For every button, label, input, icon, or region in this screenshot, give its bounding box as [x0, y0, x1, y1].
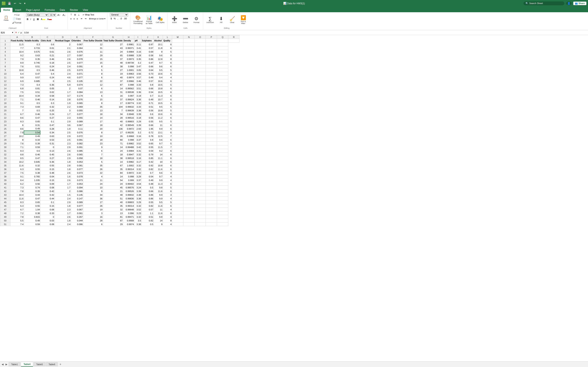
cell-r29-c3[interactable]: 0.31: [40, 142, 54, 145]
cell-r3-c5[interactable]: 0.064: [71, 46, 83, 50]
cell-r38-c8[interactable]: 0.998: [123, 175, 134, 178]
empty-cell-r2-c16[interactable]: [206, 43, 217, 46]
empty-cell-r31-c17[interactable]: [217, 149, 228, 153]
empty-cell-r39-c17[interactable]: [217, 178, 228, 182]
cell-r4-c8[interactable]: 0.9984: [123, 50, 134, 54]
cell-r9-c10[interactable]: 0.64: [141, 68, 154, 72]
cell-r19-c8[interactable]: 0.99632: [123, 105, 134, 109]
cell-r38-c4[interactable]: 1.6: [54, 175, 71, 178]
empty-cell-r12-c13[interactable]: [172, 79, 183, 83]
cell-r3-c10[interactable]: 0.57: [141, 46, 154, 50]
cell-r14-c2[interactable]: 0.81: [24, 87, 40, 90]
empty-cell-r46-c14[interactable]: [183, 204, 195, 208]
empty-cell-r8-c15[interactable]: [195, 65, 206, 68]
cell-r36-c11[interactable]: 11.6: [154, 167, 163, 171]
cell-r23-c7[interactable]: 40: [103, 120, 123, 123]
empty-cell-r16-c15[interactable]: [195, 94, 206, 98]
cell-r6-c8[interactable]: 0.9973: [123, 57, 134, 61]
cell-r45-c10[interactable]: 0.55: [141, 200, 154, 204]
formula-input[interactable]: 0.54: [23, 30, 588, 35]
cell-r22-c8[interactable]: 0.99516: [123, 116, 134, 120]
cell-r4-c2[interactable]: 0.575: [24, 50, 40, 54]
cell-r8-c6[interactable]: 8: [83, 65, 103, 68]
cell-r22-c2[interactable]: 0.47: [24, 116, 40, 120]
cell-r3-c6[interactable]: 31: [83, 46, 103, 50]
cell-r41-c8[interactable]: 0.99576: [123, 186, 134, 189]
cell-r48-c10[interactable]: 1.1: [141, 211, 154, 215]
col-header-Q[interactable]: Q: [217, 35, 228, 39]
cell-r24-c4[interactable]: 3.6: [54, 123, 71, 127]
format-painter-button[interactable]: 🖌 Format: [11, 21, 23, 25]
header-cell-6[interactable]: Free Sulfur Dioxide: [83, 39, 103, 43]
cell-r25-c7[interactable]: 136: [103, 127, 123, 131]
cell-r4-c3[interactable]: 0.61: [40, 50, 54, 54]
cell-r51-c10[interactable]: 0.5: [141, 222, 154, 226]
cell-r27-c6[interactable]: 10: [83, 134, 103, 138]
cell-r13-c7[interactable]: 87: [103, 83, 123, 87]
cell-r35-c11[interactable]: 10.8: [154, 164, 163, 167]
cell-r2-c10[interactable]: 0.97: [141, 43, 154, 46]
cell-r9-c2[interactable]: 0.5: [24, 68, 40, 72]
empty-cell-r35-c15[interactable]: [195, 164, 206, 167]
cell-r43-c11[interactable]: 9.9: [154, 193, 163, 197]
cell-r50-c5[interactable]: 0.044: [71, 219, 83, 222]
empty-cell-r28-c15[interactable]: [195, 138, 206, 142]
cell-r36-c4[interactable]: 1.8: [54, 167, 71, 171]
cell-r27-c9[interactable]: 3.16: [134, 134, 141, 138]
cell-r30-c9[interactable]: 3.42: [134, 145, 141, 149]
cell-r28-c11[interactable]: 9.6: [154, 138, 163, 142]
empty-cell-r27-c14[interactable]: [183, 134, 195, 138]
cell-r9-c6[interactable]: 5: [83, 68, 103, 72]
empty-cell-r14-c15[interactable]: [195, 87, 206, 90]
empty-cell-r28-c17[interactable]: [217, 138, 228, 142]
empty-cell-r16-c16[interactable]: [206, 94, 217, 98]
cell-r30-c3[interactable]: 0: [40, 145, 54, 149]
cell-r7-c2[interactable]: 0.745: [24, 61, 40, 65]
cell-r29-c11[interactable]: 9.7: [154, 142, 163, 145]
cell-r42-c11[interactable]: 11.6: [154, 189, 163, 193]
cell-r3-c11[interactable]: 11.8: [154, 46, 163, 50]
cell-r49-c4[interactable]: 2.6: [54, 215, 71, 219]
cell-r18-c2[interactable]: 0.5: [24, 101, 40, 105]
cell-r13-c11[interactable]: 10.5: [154, 83, 163, 87]
cell-r16-c5[interactable]: 0.174: [71, 94, 83, 98]
cell-r17-c4[interactable]: 2.8: [54, 98, 71, 101]
cell-r20-c7[interactable]: 7: [103, 109, 123, 112]
cell-r2-c7[interactable]: 27: [103, 43, 123, 46]
tab-prev-button[interactable]: ◀: [1, 363, 4, 366]
empty-cell-r41-c17[interactable]: [217, 186, 228, 189]
empty-header-16[interactable]: [217, 39, 228, 43]
cell-r30-c10[interactable]: 0.55: [141, 145, 154, 149]
cell-r26-c3[interactable]: 0.34: [40, 131, 54, 134]
cell-r50-c3[interactable]: 0.03: [40, 219, 54, 222]
empty-cell-r43-c14[interactable]: [183, 193, 195, 197]
empty-cell-r23-c16[interactable]: [206, 120, 217, 123]
empty-cell-r4-c13[interactable]: [172, 50, 183, 54]
cell-r42-c7[interactable]: 21: [103, 189, 123, 193]
empty-cell-r41-c15[interactable]: [195, 186, 206, 189]
cell-r47-c3[interactable]: 0.08: [40, 208, 54, 211]
empty-cell-r12-c17[interactable]: [217, 79, 228, 83]
format-cells-button[interactable]: ⚙ Format: [191, 16, 202, 24]
cell-r16-c10[interactable]: 0.7: [141, 94, 154, 98]
cell-r33-c5[interactable]: 0.058: [71, 156, 83, 160]
cell-r5-c5[interactable]: 0.097: [71, 54, 83, 57]
empty-cell-r34-c14[interactable]: [183, 160, 195, 164]
tab-data[interactable]: Data: [57, 8, 67, 12]
cell-r24-c5[interactable]: 0.067: [71, 123, 83, 127]
cell-r47-c9[interactable]: 3.52: [134, 208, 141, 211]
cell-r37-c9[interactable]: 3.32: [134, 171, 141, 175]
empty-cell-r9-c15[interactable]: [195, 68, 206, 72]
cell-r42-c8[interactable]: 0.99526: [123, 189, 134, 193]
cell-r20-c2[interactable]: 0.5: [24, 109, 40, 112]
cell-r31-c5[interactable]: 0.085: [71, 149, 83, 153]
empty-cell-r51-c14[interactable]: [183, 222, 195, 226]
cell-r49-c8[interactable]: 0.99471: [123, 215, 134, 219]
empty-cell-r46-c16[interactable]: [206, 204, 217, 208]
cell-r39-c7[interactable]: 54: [103, 178, 123, 182]
cell-r39-c12[interactable]: 4: [163, 178, 172, 182]
cell-r24-c3[interactable]: 0.47: [40, 123, 54, 127]
empty-cell-r37-c16[interactable]: [206, 171, 217, 175]
empty-cell-r8-c13[interactable]: [172, 65, 183, 68]
empty-cell-r46-c15[interactable]: [195, 204, 206, 208]
